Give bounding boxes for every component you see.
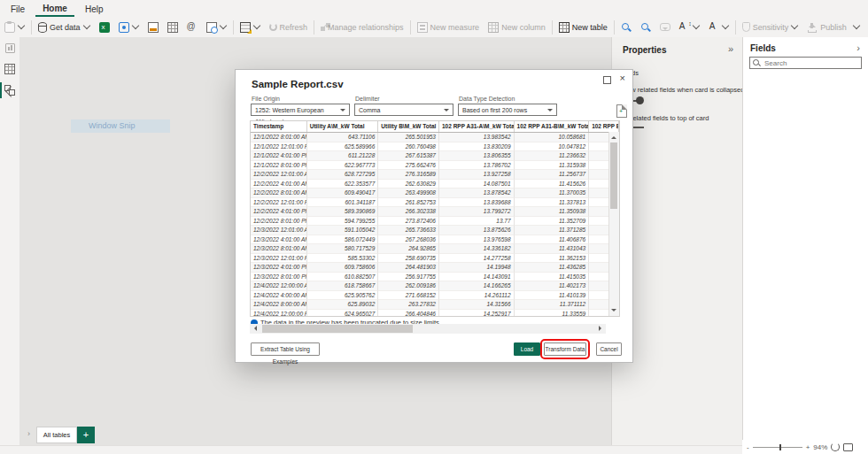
publish-button[interactable]: Publish (802, 19, 851, 35)
recent-sources-icon (206, 22, 217, 33)
scroll-down-icon[interactable] (611, 309, 616, 314)
zoom-out-button[interactable]: - (747, 443, 749, 451)
publish-icon (807, 22, 818, 33)
table-row: 12/2/2022 12:01:00 PM601.341187261.85275… (251, 198, 619, 208)
extract-table-button[interactable]: Extract Table Using Examples (251, 342, 320, 356)
zoom-slider[interactable] (753, 447, 802, 448)
table-cell: 13.983542 (439, 133, 515, 142)
sensitivity-button[interactable]: Sensitivity (738, 19, 803, 35)
column-header[interactable]: Utility B\M_kW Total (378, 121, 439, 132)
delimiter-value: Comma (359, 107, 381, 113)
zoom-slider-thumb[interactable] (779, 444, 781, 450)
all-tables-tab[interactable]: All tables (36, 427, 77, 443)
sql-server-button[interactable] (143, 19, 163, 35)
new-table-icon (559, 22, 570, 33)
lookup-button[interactable] (636, 19, 655, 35)
add-table-button[interactable]: + (77, 427, 95, 443)
ribbon-collapse-icon[interactable] (853, 22, 860, 29)
table-cell: 11.371285 (515, 226, 590, 235)
new-column-button[interactable]: New column (484, 19, 550, 35)
table-cell: 14.277258 (439, 254, 515, 264)
horizontal-scrollbar[interactable] (250, 324, 606, 334)
transform-data-button[interactable]: Transform Data (544, 342, 586, 356)
new-table-button[interactable]: New table (554, 19, 612, 35)
table-cell: 13.875626 (439, 226, 515, 235)
close-icon[interactable]: × (620, 73, 625, 83)
table-cell: 12/4/2022 12:00:00 AM (251, 281, 307, 291)
menu-tab-help[interactable]: Help (78, 2, 111, 16)
table-cell: 13.839688 (439, 198, 515, 208)
get-data-label: Get data (50, 23, 81, 32)
paste-button[interactable] (0, 19, 29, 35)
file-origin-select[interactable]: 1252: Western European (Windows) (251, 104, 350, 116)
cancel-button[interactable]: Cancel (596, 342, 622, 356)
column-header[interactable]: 102 RPP A31-B\M_kW Total (515, 121, 590, 132)
zoom-in-button[interactable]: + (806, 443, 810, 451)
table-cell: 266.404846 (378, 310, 439, 318)
new-measure-button[interactable]: New measure (413, 19, 484, 35)
translate-button[interactable] (675, 19, 704, 35)
fit-to-page-icon[interactable] (843, 443, 853, 451)
dataverse-button[interactable] (182, 19, 202, 35)
delimiter-select[interactable]: Comma (354, 104, 453, 116)
excel-workbook-button[interactable] (95, 19, 114, 35)
chevron-down-icon (340, 109, 345, 114)
table-cell: 267.615387 (378, 151, 439, 161)
model-view-button[interactable] (0, 80, 19, 101)
manage-relationships-icon (321, 27, 325, 31)
menu-tab-home[interactable]: Home (35, 1, 74, 17)
refresh-button[interactable]: Refresh (265, 19, 313, 35)
menu-tab-file[interactable]: File (4, 2, 32, 16)
enter-data-icon (167, 22, 178, 33)
file-icon[interactable] (616, 104, 627, 118)
table-cell: 11.33559 (515, 310, 590, 318)
report-view-button[interactable] (0, 37, 19, 58)
collapse-panel-icon[interactable]: » (728, 43, 733, 54)
chevron-right-icon[interactable]: › (856, 42, 860, 53)
qna-button[interactable] (616, 19, 636, 35)
data-hub-icon (119, 22, 129, 33)
table-cell: 262.009186 (378, 281, 439, 291)
table-cell: 11.436285 (515, 263, 590, 273)
vertical-scrollbar[interactable] (608, 132, 619, 316)
maximize-icon[interactable] (603, 76, 611, 84)
column-header[interactable]: 102 RPP A31-A\M_kW Total (439, 121, 515, 132)
table-cell: 11.410139 (515, 291, 590, 301)
table-cell: 14.261112 (439, 291, 515, 301)
data-type-detection-select[interactable]: Based on first 200 rows (458, 104, 557, 116)
scroll-left-icon[interactable] (252, 326, 257, 331)
table-cell: 11.362153 (515, 254, 590, 264)
preview-table-header: TimestampUtility A\M_kW TotalUtility B\M… (251, 121, 619, 133)
table-cell: 601.341187 (307, 198, 379, 208)
get-data-button[interactable]: Get data (34, 19, 95, 35)
ribbon-divider (614, 20, 615, 35)
data-hub-button[interactable] (114, 19, 143, 35)
table-cell: 264.481903 (378, 263, 439, 273)
column-header[interactable]: Utility A\M_kW Total (307, 121, 379, 132)
manage-relationships-button[interactable]: Manage relationships (316, 19, 408, 35)
chevron-down-icon (791, 22, 798, 29)
text-options-button[interactable] (704, 19, 733, 35)
enter-data-button[interactable] (163, 19, 182, 35)
table-cell: 12/3/2022 4:01:00 PM (251, 263, 307, 273)
excel-workbook-icon (99, 22, 110, 33)
ribbon-divider (233, 20, 234, 35)
table-view-button[interactable] (0, 58, 19, 80)
scrollbar-thumb[interactable] (262, 325, 413, 333)
data-type-detection-value: Based on first 200 rows (462, 107, 527, 113)
sync-icon[interactable] (831, 442, 840, 451)
table-cell: 625.905762 (307, 291, 379, 301)
scroll-up-icon[interactable] (611, 134, 616, 139)
scrollbar-thumb[interactable] (610, 142, 617, 209)
load-button[interactable]: Load (514, 342, 540, 356)
column-header[interactable]: 102 RPP B20-A\ (589, 121, 619, 132)
tab-scroll-icon[interactable]: › (27, 429, 30, 438)
table-row: 12/1/2022 8:01:00 PM622.967773275.662476… (251, 161, 619, 171)
translate-icon (679, 22, 690, 33)
comments-button[interactable] (655, 19, 675, 35)
transform-data-menu-button[interactable] (236, 19, 265, 35)
scroll-right-icon[interactable] (599, 326, 604, 331)
recent-sources-button[interactable] (202, 19, 231, 35)
column-header[interactable]: Timestamp (251, 121, 307, 132)
fields-search-input[interactable] (749, 57, 862, 69)
